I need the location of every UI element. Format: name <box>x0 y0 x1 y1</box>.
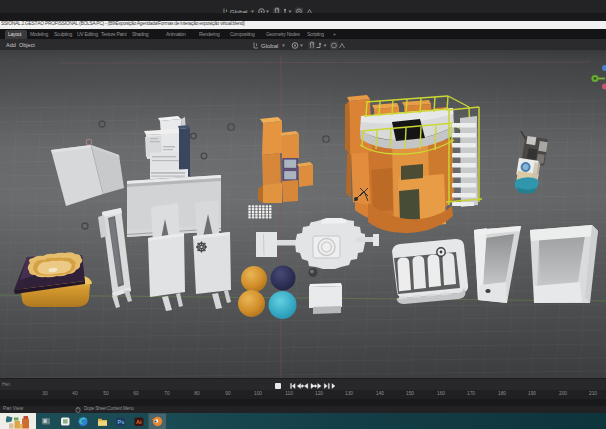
svg-text:Global: Global <box>261 43 278 49</box>
svg-text:Ps: Ps <box>118 419 125 425</box>
svg-text:Ai: Ai <box>136 419 142 425</box>
